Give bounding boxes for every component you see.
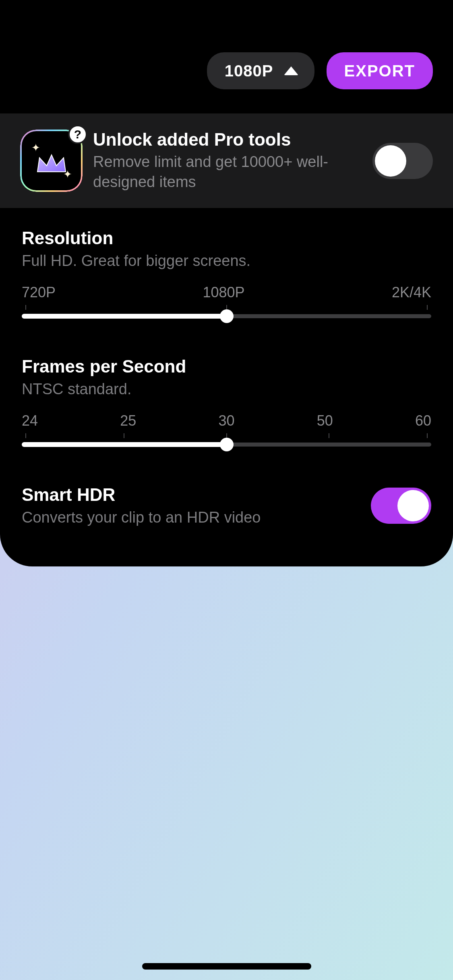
hdr-section: Smart HDR Converts your clip to an HDR v…: [0, 457, 453, 538]
fps-slider[interactable]: [22, 436, 431, 453]
slider-fill: [22, 314, 227, 319]
fps-option-4: 60: [415, 412, 431, 429]
resolution-title: Resolution: [22, 228, 431, 248]
resolution-scale-labels: 720P 1080P 2K/4K: [22, 284, 431, 301]
hdr-text: Smart HDR Converts your clip to an HDR v…: [22, 485, 371, 526]
fps-section: Frames per Second NTSC standard. 24 25 3…: [0, 328, 453, 457]
fps-option-2: 30: [218, 412, 234, 429]
crown-svg: [35, 152, 68, 176]
hdr-title: Smart HDR: [22, 485, 371, 505]
hdr-subtitle: Converts your clip to an HDR video: [22, 509, 371, 526]
export-settings-panel: 1080P EXPORT ✦ ✦: [0, 0, 453, 566]
fps-option-1: 25: [120, 412, 136, 429]
resolution-option-1: 1080P: [203, 284, 244, 301]
slider-thumb[interactable]: [220, 309, 234, 323]
pro-icon-wrap: ✦ ✦ ?: [20, 130, 83, 192]
resolution-section: Resolution Full HD. Great for bigger scr…: [0, 208, 453, 328]
resolution-dropdown[interactable]: 1080P: [207, 52, 314, 89]
toggle-knob: [397, 490, 429, 521]
resolution-slider[interactable]: [22, 308, 431, 324]
home-indicator[interactable]: [142, 963, 311, 970]
slider-thumb[interactable]: [220, 438, 234, 451]
pro-text: Unlock added Pro tools Remove limit and …: [93, 130, 362, 192]
pro-subtitle: Remove limit and get 10000+ well-designe…: [93, 152, 362, 192]
fps-scale-labels: 24 25 30 50 60: [22, 412, 431, 429]
fps-title: Frames per Second: [22, 356, 431, 377]
fps-subtitle: NTSC standard.: [22, 381, 431, 398]
resolution-subtitle: Full HD. Great for bigger screens.: [22, 252, 431, 270]
caret-up-icon: [284, 66, 298, 75]
slider-fill: [22, 442, 227, 447]
toggle-knob: [375, 145, 406, 177]
header: 1080P EXPORT: [0, 0, 453, 113]
hdr-toggle[interactable]: [371, 488, 431, 524]
pro-title: Unlock added Pro tools: [93, 130, 362, 150]
help-badge-icon[interactable]: ?: [68, 125, 87, 144]
resolution-current-label: 1080P: [225, 62, 273, 80]
fps-option-3: 50: [317, 412, 333, 429]
pro-unlock-banner[interactable]: ✦ ✦ ? Unlock added Pro tools Remov: [0, 113, 453, 208]
export-button[interactable]: EXPORT: [327, 52, 433, 89]
resolution-option-2: 2K/4K: [392, 284, 431, 301]
pro-toggle[interactable]: [372, 143, 433, 179]
resolution-option-0: 720P: [22, 284, 56, 301]
export-button-label: EXPORT: [344, 62, 415, 80]
fps-option-0: 24: [22, 412, 38, 429]
